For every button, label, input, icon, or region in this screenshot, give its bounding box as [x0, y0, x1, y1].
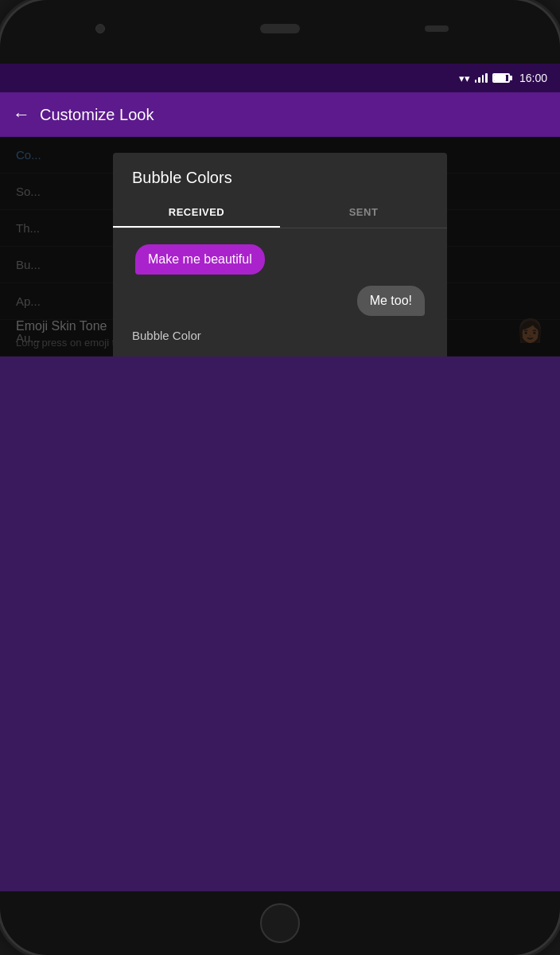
- signal-icon: [475, 73, 488, 83]
- camera: [95, 24, 105, 33]
- sent-bubble: Me too!: [357, 286, 425, 316]
- wifi-icon: ▾▾: [459, 72, 470, 84]
- sent-bubble-row: Me too!: [132, 279, 428, 316]
- phone-frame: ▾▾ 16:00 ← Customize Look: [0, 0, 560, 955]
- bubble-colors-dialog: Bubble Colors RECEIVED SENT Make me beau…: [113, 153, 447, 357]
- battery-fill: [494, 75, 506, 81]
- status-time: 16:00: [519, 72, 547, 84]
- phone-bottom-bezel: [0, 891, 560, 955]
- speaker: [260, 24, 300, 33]
- back-button[interactable]: ←: [13, 104, 30, 125]
- dialog-body: Make me beautiful Me too! Bubble Color: [113, 228, 447, 357]
- status-icons: ▾▾ 16:00: [459, 72, 547, 84]
- bubble-color-label: Bubble Color: [132, 329, 428, 342]
- home-button[interactable]: [260, 903, 300, 943]
- screen: ▾▾ 16:00 ← Customize Look: [0, 64, 560, 891]
- bg-content: Co... So... Th... Bu... Ap... Au... Emoj…: [0, 137, 560, 357]
- received-bubble: Make me beautiful: [135, 244, 265, 275]
- bubble-color-scroll: [132, 353, 428, 357]
- status-bar: ▾▾ 16:00: [0, 64, 560, 92]
- app-title: Customize Look: [40, 106, 154, 124]
- tab-sent[interactable]: SENT: [280, 197, 447, 228]
- app-bar: ← Customize Look: [0, 92, 560, 137]
- phone-top-bezel: [0, 0, 560, 64]
- tab-received[interactable]: RECEIVED: [113, 197, 280, 228]
- dialog-tabs: RECEIVED SENT: [113, 197, 447, 228]
- sensor: [425, 25, 449, 32]
- received-bubble-row: Make me beautiful: [132, 244, 428, 275]
- dialog-title: Bubble Colors: [113, 153, 447, 197]
- bubble-preview: Make me beautiful Me too!: [132, 244, 428, 316]
- battery-icon: [492, 73, 510, 83]
